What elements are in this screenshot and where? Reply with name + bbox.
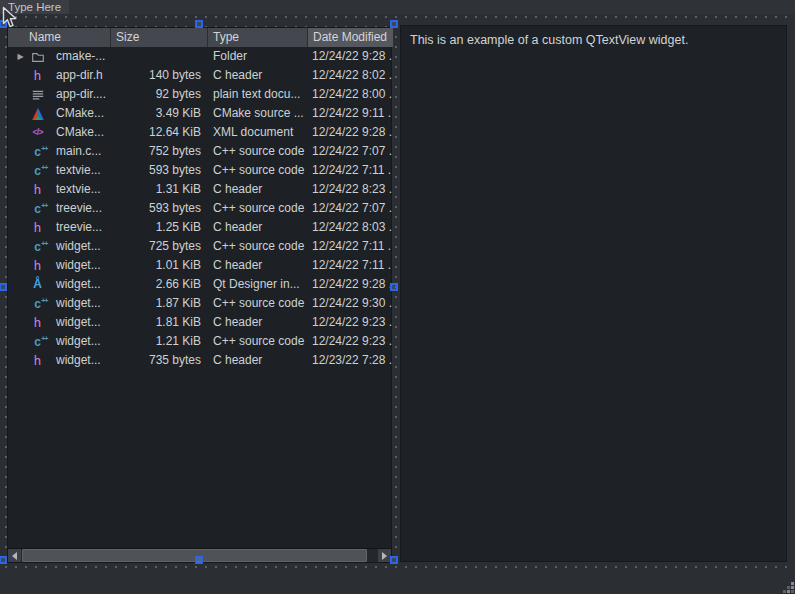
cpp-icon: c++ bbox=[30, 239, 45, 254]
selection-handle-mid-right[interactable] bbox=[390, 283, 398, 291]
tree-body: ▶cmake-...Folder12/24/22 9:28 .happ-dir.… bbox=[8, 47, 391, 370]
file-name: widget... bbox=[56, 237, 101, 256]
textview-widget[interactable]: This is an example of a custom QTextView… bbox=[400, 25, 787, 562]
table-row[interactable]: c++widget...1.21 KiBC++ source code12/24… bbox=[8, 332, 391, 351]
table-row[interactable]: hwidget...1.01 KiBC header12/24/22 7:11 … bbox=[8, 256, 391, 275]
file-name: cmake-... bbox=[56, 47, 105, 66]
c-header-icon: h bbox=[30, 220, 45, 235]
cell-type: Folder bbox=[208, 47, 308, 66]
cell-size: 593 bytes bbox=[111, 199, 208, 218]
cell-type: C++ source code bbox=[208, 161, 308, 180]
file-tree-widget[interactable]: NameSizeTypeDate Modified ▶cmake-...Fold… bbox=[7, 27, 392, 563]
table-row[interactable]: app-dir....92 bytesplain text docu...12/… bbox=[8, 85, 391, 104]
table-row[interactable]: c++main.c...752 bytesC++ source code12/2… bbox=[8, 142, 391, 161]
cell-size: 92 bytes bbox=[111, 85, 208, 104]
column-header-date-modified[interactable]: Date Modified bbox=[308, 28, 393, 47]
c-header-icon: h bbox=[30, 353, 45, 368]
table-row[interactable]: ▶cmake-...Folder12/24/22 9:28 . bbox=[8, 47, 391, 66]
cell-name: htreevie... bbox=[8, 218, 111, 237]
cell-date: 12/24/22 9:23 . bbox=[308, 313, 393, 332]
cell-date: 12/24/22 9:30 . bbox=[308, 294, 393, 313]
cell-name: c++treevie... bbox=[8, 199, 111, 218]
cell-type: XML document bbox=[208, 123, 308, 142]
cell-size: 593 bytes bbox=[111, 161, 208, 180]
table-row[interactable]: c++widget...725 bytesC++ source code12/2… bbox=[8, 237, 391, 256]
column-header-name[interactable]: Name bbox=[8, 28, 111, 47]
cell-name: c++widget... bbox=[8, 332, 111, 351]
cell-date: 12/24/22 8:23 . bbox=[308, 180, 393, 199]
table-row[interactable]: hwidget...735 bytesC header12/23/22 7:28… bbox=[8, 351, 391, 370]
expander-icon[interactable]: ▶ bbox=[11, 47, 30, 66]
file-name: textvie... bbox=[56, 180, 101, 199]
cell-size: 1.25 KiB bbox=[111, 218, 208, 237]
cell-name: c++widget... bbox=[8, 294, 111, 313]
selection-handle-top-right[interactable] bbox=[390, 20, 398, 28]
cpp-icon: c++ bbox=[30, 144, 45, 159]
qt-ui-icon: Å bbox=[30, 277, 45, 292]
table-row[interactable]: c++widget...1.87 KiBC++ source code12/24… bbox=[8, 294, 391, 313]
cpp-icon: c++ bbox=[30, 163, 45, 178]
cell-date: 12/24/22 9:23 . bbox=[308, 332, 393, 351]
cell-size: 1.81 KiB bbox=[111, 313, 208, 332]
cell-size: 12.64 KiB bbox=[111, 123, 208, 142]
table-row[interactable]: c++textvie...593 bytesC++ source code12/… bbox=[8, 161, 391, 180]
cpp-icon: c++ bbox=[30, 334, 45, 349]
cell-type: C++ source code bbox=[208, 237, 308, 256]
table-row[interactable]: Åwidget...2.66 KiBQt Designer in...12/24… bbox=[8, 275, 391, 294]
cell-size: 3.49 KiB bbox=[111, 104, 208, 123]
file-name: widget... bbox=[56, 332, 101, 351]
table-row[interactable]: hwidget...1.81 KiBC header12/24/22 9:23 … bbox=[8, 313, 391, 332]
file-name: widget... bbox=[56, 275, 101, 294]
cell-name: hwidget... bbox=[8, 351, 111, 370]
cell-name: hwidget... bbox=[8, 256, 111, 275]
cell-type: C++ source code bbox=[208, 199, 308, 218]
selection-handle-bottom-left[interactable] bbox=[0, 556, 7, 564]
cell-name: c++widget... bbox=[8, 237, 111, 256]
table-row[interactable]: htreevie...1.25 KiBC header12/24/22 8:03… bbox=[8, 218, 391, 237]
file-name: main.c... bbox=[56, 142, 101, 161]
selection-handle-bottom-mid[interactable] bbox=[195, 556, 203, 564]
column-header-type[interactable]: Type bbox=[208, 28, 308, 47]
arrow-right-icon bbox=[382, 552, 387, 560]
selection-handle-bottom-right[interactable] bbox=[390, 556, 398, 564]
size-grip[interactable] bbox=[779, 578, 795, 594]
cell-size: 2.66 KiB bbox=[111, 275, 208, 294]
xml-icon: </> bbox=[30, 125, 45, 140]
table-row[interactable]: CMake...3.49 KiBCMake source ...12/24/22… bbox=[8, 104, 391, 123]
table-row[interactable]: </>CMake...12.64 KiBXML document12/24/22… bbox=[8, 123, 391, 142]
cell-date: 12/24/22 7:11 . bbox=[308, 161, 393, 180]
file-name: widget... bbox=[56, 294, 101, 313]
file-name: CMake... bbox=[56, 104, 104, 123]
cell-date: 12/24/22 7:11 . bbox=[308, 256, 393, 275]
selection-handle-top-mid[interactable] bbox=[195, 20, 203, 28]
cell-type: C header bbox=[208, 218, 308, 237]
file-name: widget... bbox=[56, 256, 101, 275]
table-row[interactable]: c++treevie...593 bytesC++ source code12/… bbox=[8, 199, 391, 218]
text-doc-icon bbox=[30, 87, 45, 102]
table-row[interactable]: htextvie...1.31 KiBC header12/24/22 8:23… bbox=[8, 180, 391, 199]
folder-icon bbox=[30, 49, 45, 64]
column-header-size[interactable]: Size bbox=[111, 28, 208, 47]
cell-date: 12/24/22 9:28 . bbox=[308, 123, 393, 142]
menu-bar[interactable]: Type Here bbox=[0, 0, 795, 14]
cell-type: C++ source code bbox=[208, 142, 308, 161]
cell-date: 12/24/22 9:28 . bbox=[308, 275, 393, 294]
cell-size: 1.21 KiB bbox=[111, 332, 208, 351]
cmake-icon bbox=[30, 106, 45, 121]
scroll-left-button[interactable] bbox=[8, 549, 21, 562]
cell-name: app-dir.... bbox=[8, 85, 111, 104]
cell-type: C header bbox=[208, 66, 308, 85]
cell-type: Qt Designer in... bbox=[208, 275, 308, 294]
cell-type: C header bbox=[208, 313, 308, 332]
cell-type: C header bbox=[208, 256, 308, 275]
selection-handle-mid-left[interactable] bbox=[0, 283, 7, 291]
cell-name: c++textvie... bbox=[8, 161, 111, 180]
cell-size: 725 bytes bbox=[111, 237, 208, 256]
cell-size: 1.87 KiB bbox=[111, 294, 208, 313]
c-header-icon: h bbox=[30, 258, 45, 273]
table-row[interactable]: happ-dir.h140 bytesC header12/24/22 8:02… bbox=[8, 66, 391, 85]
cell-size bbox=[111, 47, 208, 66]
cpp-icon: c++ bbox=[30, 201, 45, 216]
cell-size: 140 bytes bbox=[111, 66, 208, 85]
cell-type: C++ source code bbox=[208, 332, 308, 351]
